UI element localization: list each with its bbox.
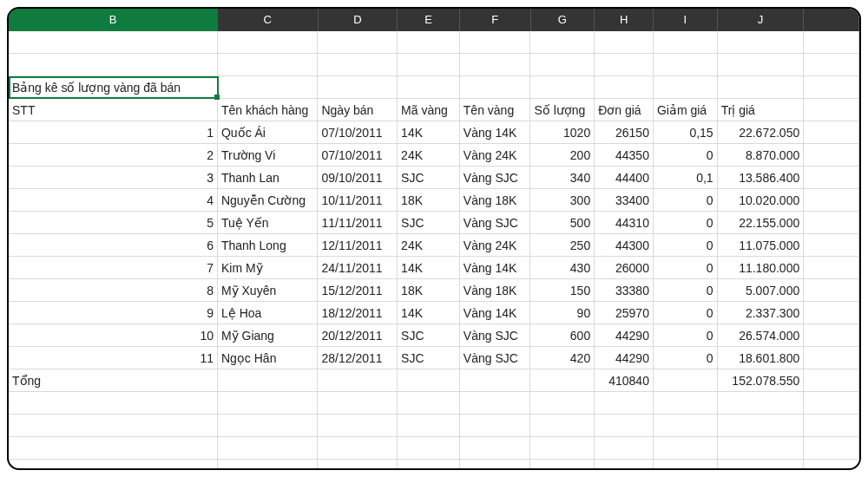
cell[interactable]: [804, 392, 859, 415]
cell-dg[interactable]: 44310: [595, 212, 654, 234]
cell-tg[interactable]: 10.020.000: [718, 189, 805, 212]
cell[interactable]: [318, 54, 398, 76]
header-don-gia[interactable]: Đơn giá: [595, 99, 654, 121]
cell[interactable]: [530, 31, 595, 54]
cell-gg[interactable]: 0: [654, 212, 718, 234]
cell[interactable]: [318, 460, 398, 470]
cell-tenv[interactable]: Vàng 14K: [460, 121, 531, 144]
totals-label[interactable]: Tổng: [9, 369, 218, 392]
cell-tenv[interactable]: Vàng 18K: [460, 279, 531, 302]
cell[interactable]: [804, 347, 859, 369]
cell[interactable]: [718, 76, 805, 99]
cell-gg[interactable]: 0: [654, 324, 718, 347]
cell[interactable]: [804, 279, 859, 302]
cell-sl[interactable]: 300: [530, 189, 595, 212]
cell-ten[interactable]: Lệ Hoa: [218, 302, 319, 324]
cell[interactable]: [318, 31, 398, 54]
cell-gg[interactable]: 0: [654, 302, 718, 324]
cell-dg[interactable]: 25970: [595, 302, 654, 324]
cell-ma[interactable]: SJC: [398, 167, 460, 189]
column-header-blank[interactable]: [804, 9, 859, 31]
cell[interactable]: [804, 302, 859, 324]
cell[interactable]: [654, 460, 718, 470]
cell-ngay[interactable]: 12/11/2011: [318, 234, 398, 257]
cell[interactable]: [460, 392, 531, 415]
cell[interactable]: [530, 437, 595, 460]
cell-tg[interactable]: 11.075.000: [718, 234, 805, 257]
cell-tenv[interactable]: Vàng SJC: [460, 212, 531, 234]
cell-title[interactable]: [9, 76, 218, 99]
cell[interactable]: [804, 257, 859, 279]
cell[interactable]: [318, 76, 398, 99]
header-so-luong[interactable]: Số lượng: [530, 99, 595, 121]
cell[interactable]: [595, 415, 654, 437]
cell-stt[interactable]: 8: [9, 279, 218, 302]
cell-dg[interactable]: 44300: [595, 234, 654, 257]
cell[interactable]: [718, 460, 805, 470]
cell-gg[interactable]: 0,15: [654, 121, 718, 144]
cell-sl[interactable]: 90: [530, 302, 595, 324]
cell-gg[interactable]: 0,1: [654, 167, 718, 189]
cell[interactable]: [804, 31, 859, 54]
cell[interactable]: [718, 54, 805, 76]
cell-dg[interactable]: 44400: [595, 167, 654, 189]
cell-ngay[interactable]: 11/11/2011: [318, 212, 398, 234]
cell[interactable]: [718, 31, 805, 54]
cell-gg[interactable]: 0: [654, 279, 718, 302]
cell[interactable]: [218, 415, 319, 437]
cell[interactable]: [460, 415, 531, 437]
cell[interactable]: [218, 76, 319, 99]
cell-stt[interactable]: 3: [9, 167, 218, 189]
cell-tenv[interactable]: Vàng 18K: [460, 189, 531, 212]
cell[interactable]: [654, 437, 718, 460]
cell[interactable]: [530, 392, 595, 415]
cell[interactable]: [398, 76, 460, 99]
cell-ngay[interactable]: 15/12/2011: [318, 279, 398, 302]
cell-tg[interactable]: 18.601.800: [718, 347, 805, 369]
cell-stt[interactable]: 11: [9, 347, 218, 369]
totals-dongia[interactable]: 410840: [595, 369, 654, 392]
header-ngay-ban[interactable]: Ngày bán: [318, 99, 398, 121]
cell[interactable]: [804, 460, 859, 470]
cell-dg[interactable]: 33380: [595, 279, 654, 302]
cell-gg[interactable]: 0: [654, 189, 718, 212]
cell-stt[interactable]: 2: [9, 144, 218, 167]
cell[interactable]: [595, 392, 654, 415]
cell[interactable]: [318, 392, 398, 415]
cell-tg[interactable]: 22.155.000: [718, 212, 805, 234]
cell[interactable]: [530, 460, 595, 470]
cell-sl[interactable]: 250: [530, 234, 595, 257]
cell-stt[interactable]: 1: [9, 121, 218, 144]
cell-tg[interactable]: 2.337.300: [718, 302, 805, 324]
cell-ten[interactable]: Mỹ Giang: [218, 324, 319, 347]
column-header-H[interactable]: H: [595, 9, 654, 31]
cell[interactable]: [398, 415, 460, 437]
column-header-I[interactable]: I: [654, 9, 718, 31]
header-ma-vang[interactable]: Mã vàng: [398, 99, 460, 121]
cell-sl[interactable]: 600: [530, 324, 595, 347]
cell-gg[interactable]: 0: [654, 234, 718, 257]
column-header-C[interactable]: C: [218, 9, 319, 31]
cell-ten[interactable]: Kim Mỹ: [218, 257, 319, 279]
cell-stt[interactable]: 9: [9, 302, 218, 324]
cell-ngay[interactable]: 07/10/2011: [318, 144, 398, 167]
cell-ngay[interactable]: 24/11/2011: [318, 257, 398, 279]
cell-ten[interactable]: Tuệ Yến: [218, 212, 319, 234]
cell[interactable]: [398, 392, 460, 415]
cell[interactable]: [530, 54, 595, 76]
cell-tenv[interactable]: Vàng 24K: [460, 144, 531, 167]
header-stt[interactable]: STT: [9, 99, 218, 121]
cell[interactable]: [804, 144, 859, 167]
cell[interactable]: [530, 369, 595, 392]
cell-tenv[interactable]: Vàng 24K: [460, 234, 531, 257]
cell[interactable]: [804, 234, 859, 257]
cell-ngay[interactable]: 10/11/2011: [318, 189, 398, 212]
cell[interactable]: [804, 54, 859, 76]
cell-dg[interactable]: 26000: [595, 257, 654, 279]
cell-stt[interactable]: 4: [9, 189, 218, 212]
cell[interactable]: [398, 31, 460, 54]
cell-ngay[interactable]: 20/12/2011: [318, 324, 398, 347]
cell[interactable]: [218, 392, 319, 415]
cell-sl[interactable]: 430: [530, 257, 595, 279]
cell-ma[interactable]: SJC: [398, 347, 460, 369]
